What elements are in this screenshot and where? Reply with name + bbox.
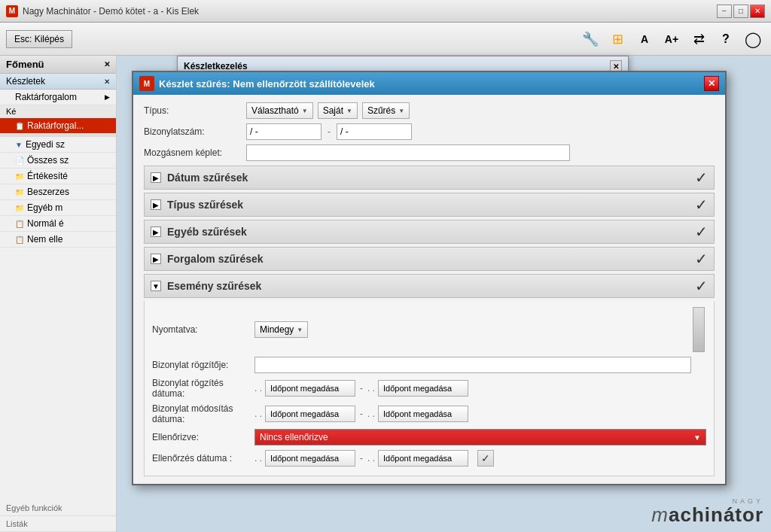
bizonylat-modositas-label: Bizonylat módosítás dátuma: — [152, 403, 250, 424]
bizonylat-rogzitoje-row: Bizonylat rögzítője: — [152, 357, 706, 373]
sidebar-item-osszes[interactable]: 📄 Összes sz — [0, 153, 116, 169]
app-icon: M — [6, 5, 18, 17]
dialog-icon: M — [139, 76, 154, 91]
dots1: . . — [254, 383, 262, 394]
title-bar: M Nagy Machinátor - Demó kötet - a - Kis… — [0, 0, 771, 23]
modositas-from-date-btn[interactable]: Időpont megadása — [265, 406, 355, 422]
bizonylat-rogzites-row: Bizonylat rögzítés dátuma: . . Időpont m… — [152, 378, 706, 399]
dots6: . . — [367, 453, 375, 464]
esemeny-toggle[interactable]: ▼ — [151, 281, 161, 291]
nyomtatva-label: Nyomtatva: — [152, 324, 250, 335]
tipus-toggle[interactable]: ▶ — [151, 199, 161, 210]
sajat-dropdown[interactable]: Saját ▼ — [318, 102, 358, 119]
main-area: Főmenü ✕ Készletek ✕ Raktárforgalom ▶ Ké… — [0, 56, 771, 532]
bizonylatszam-from-input[interactable] — [246, 123, 322, 140]
forgalom-check-icon: ✓ — [695, 250, 708, 268]
datum-title: Dátum szűrések — [167, 172, 695, 184]
sidebar-item-beszerzes[interactable]: 📁 Beszerzes — [0, 184, 116, 200]
szures-dropdown[interactable]: Szűrés ▼ — [362, 102, 410, 119]
font-button[interactable]: A — [632, 27, 657, 51]
windows-icon-button[interactable]: ⊞ — [605, 27, 629, 51]
datum-section-header[interactable]: ▶ Dátum szűrések ✓ — [144, 166, 715, 190]
sidebar: Főmenü ✕ Készletek ✕ Raktárforgalom ▶ Ké… — [0, 56, 117, 532]
tipus-section-title: Típus szűrések — [167, 199, 695, 211]
scrollbar-thumb[interactable] — [693, 307, 705, 352]
egyeb-section-header[interactable]: ▶ Egyéb szűrések ✓ — [144, 220, 715, 244]
bizonylat-rogzitoje-label: Bizonylat rögzítője: — [152, 360, 250, 370]
ellenorzes-dates: . . Időpont megadása - . . Időpont megad… — [254, 450, 468, 467]
esemeny-section-header[interactable]: ▼ Esemény szűrések ✓ — [144, 274, 715, 298]
forgalom-section-title: Forgalom szűrések — [167, 253, 695, 265]
rogzites-to-date-btn[interactable]: Időpont megadása — [378, 380, 468, 397]
content-area: Készletkezelés ✕ M Készlet szűrés: Nem e… — [117, 56, 771, 532]
ellenorizve-row: Ellenőrizve: Nincs ellenőrizve ▼ — [152, 429, 706, 445]
dialog-content: Típus: Választható ▼ Saját ▼ Szűrés ▼ — [133, 95, 725, 484]
tipus-dropdown[interactable]: Választható ▼ — [246, 102, 313, 119]
modositas-to-date-btn[interactable]: Időpont megadása — [378, 406, 468, 422]
egyeb-check-icon: ✓ — [695, 223, 708, 241]
sidebar-item-normal[interactable]: 📋 Normál é — [0, 216, 116, 232]
dots4: . . — [367, 409, 375, 419]
datum-check-icon: ✓ — [695, 169, 708, 187]
settings-icon-button[interactable]: 🔧 — [578, 27, 602, 51]
esc-button[interactable]: Esc: Kilépés — [6, 30, 72, 48]
egyeb-icon: 📁 — [15, 204, 24, 212]
esemeny-check-icon: ✓ — [695, 277, 708, 295]
sidebar-close-icon[interactable]: ✕ — [104, 60, 110, 68]
close-button[interactable]: ✕ — [750, 5, 765, 18]
beszerzes-icon: 📁 — [15, 188, 24, 196]
datum-toggle[interactable]: ▶ — [151, 172, 161, 183]
watermark: NAGY machinátor — [651, 497, 763, 524]
sidebar-item-ertekesites[interactable]: 📁 Értékesíté — [0, 169, 116, 184]
tipus-label: Típus: — [144, 105, 242, 116]
ellenorizve-dropdown[interactable]: Nincs ellenőrizve ▼ — [254, 429, 706, 445]
forgalom-toggle[interactable]: ▶ — [151, 254, 161, 264]
rogzites-from-date-btn[interactable]: Időpont megadása — [265, 380, 355, 397]
esemeny-section-title: Esemény szűrések — [167, 280, 695, 292]
dots3: . . — [254, 409, 262, 419]
sep2: - — [360, 409, 363, 419]
sidebar-item-egyedi[interactable]: ▼ Egyedi sz — [0, 137, 116, 153]
egyeb-section-title: Egyéb szűrések — [167, 226, 695, 238]
filter-icon: ▼ — [15, 141, 23, 149]
bizonylat-modositas-row: Bizonylat módosítás dátuma: . . Időpont … — [152, 403, 706, 424]
swap-button[interactable]: ⇄ — [687, 27, 711, 51]
sidebar-item-egyeb[interactable]: 📁 Egyéb m — [0, 200, 116, 216]
minimize-button[interactable]: − — [717, 5, 732, 18]
sidebar-raktarforgalom[interactable]: Raktárforgalom ▶ — [0, 90, 116, 105]
mozgasnem-label: Mozgásnem képlet: — [144, 147, 242, 158]
dialog-titlebar: M Készlet szűrés: Nem ellenőrzött szállí… — [133, 72, 725, 95]
ellenorzes-datum-label: Ellenőrzés dátuma : — [152, 453, 250, 464]
ellenorzes-from-date-btn[interactable]: Időpont megadása — [265, 450, 355, 467]
maximize-button[interactable]: □ — [733, 5, 748, 18]
sidebar-keszletek-close-icon[interactable]: ✕ — [104, 78, 110, 86]
bizonylatszam-row: Bizonylatszám: - — [144, 123, 715, 140]
bizonylat-rogzitoje-input[interactable] — [254, 357, 691, 373]
search-circle-button[interactable]: ◯ — [741, 27, 765, 51]
help-button[interactable]: ? — [714, 27, 738, 51]
font-plus-button[interactable]: A+ — [660, 27, 684, 51]
main-dialog: M Készlet szűrés: Nem ellenőrzött szállí… — [132, 71, 727, 485]
szures-dropdown-arrow: ▼ — [398, 108, 404, 114]
sidebar-keszletek-header: Készletek ✕ — [0, 74, 116, 90]
mozgasnem-input[interactable] — [246, 144, 570, 161]
bizonylatszam-sep: - — [328, 126, 331, 137]
sidebar-listak[interactable]: Listák — [0, 516, 116, 532]
forgalom-section-header[interactable]: ▶ Forgalom szűrések ✓ — [144, 247, 715, 271]
egyeb-toggle[interactable]: ▶ — [151, 226, 161, 237]
sep3: - — [360, 453, 363, 464]
bizonylatszam-to-input[interactable] — [337, 123, 412, 140]
sidebar-item-nem-elle[interactable]: 📋 Nem elle — [0, 232, 116, 248]
title-bar-text: Nagy Machinátor - Demó kötet - a - Kis E… — [23, 6, 717, 17]
watermark-machinator: machinátor — [651, 505, 763, 524]
title-bar-controls: − □ ✕ — [717, 5, 765, 18]
sidebar-egyeb-funkciok[interactable]: Egyéb funkciók — [0, 500, 116, 516]
toolbar: Esc: Kilépés 🔧 ⊞ A A+ ⇄ ? ◯ — [0, 23, 771, 56]
confirm-check-btn[interactable]: ✓ — [477, 450, 494, 467]
ellenorzes-to-date-btn[interactable]: Időpont megadása — [378, 450, 468, 467]
sidebar-item-raktarforgalm[interactable]: 📋 Raktárforgal... — [0, 118, 116, 134]
nyomtatva-dropdown[interactable]: Mindegy ▼ — [254, 321, 308, 338]
sidebar-fomenu-header: Főmenü ✕ — [0, 56, 116, 74]
dialog-close-button[interactable]: ✕ — [704, 76, 719, 91]
tipus-section-header[interactable]: ▶ Típus szűrések ✓ — [144, 193, 715, 217]
